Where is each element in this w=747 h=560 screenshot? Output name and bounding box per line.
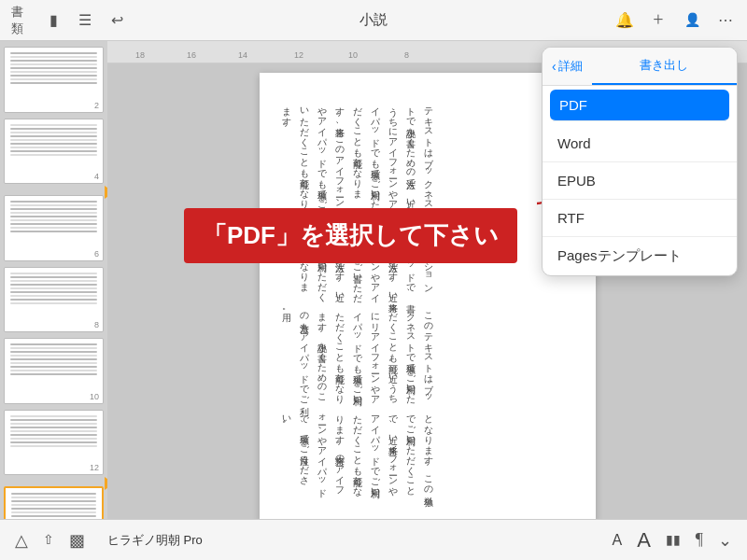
font-name-label: ヒラギノ明朝 Pro <box>107 532 203 549</box>
bottom-toolbar: △ ⇧ ▩ ヒラギノ明朝 Pro A A ▮▮ ¶ ⌄ <box>0 519 747 560</box>
ruler-tick-10: 10 <box>348 50 358 60</box>
document-icon[interactable]: ▮ <box>43 10 63 31</box>
text-format-icon[interactable]: ▮▮ <box>666 532 681 548</box>
dropdown-item-pages[interactable]: Pagesテンプレート <box>543 237 737 275</box>
dropdown-back-button[interactable]: ‹ 詳細 <box>543 48 592 85</box>
page-num-4: 8 <box>94 320 99 329</box>
jp-col-4: となります。この単独でご利用いただくことで、近い将来イフォーンやアイパッドでご利… <box>278 409 438 493</box>
sidebar-page-4[interactable]: 8 <box>4 267 104 333</box>
paragraph-icon[interactable]: ¶ <box>696 530 703 550</box>
jp-col-1: テキストはブックネストで小説を書くための方法で、近いうちにアイフォーンやアイパッ… <box>278 101 438 207</box>
back-label[interactable]: 書類 <box>11 10 32 31</box>
jp-text-area: テキストはブックネストで小説を書くための方法で、近いうちにアイフォーンやアイパッ… <box>278 101 438 493</box>
jp-col-3: このテキストはブックネストで単独でご利用いただくことも可能。近いうちにリアイフォ… <box>278 306 438 401</box>
dropdown-item-rtf[interactable]: RTF <box>543 200 737 237</box>
dropdown-item-pdf[interactable]: PDF <box>550 90 729 121</box>
page-num-5: 10 <box>90 392 99 401</box>
font-size-small-btn[interactable]: A <box>612 532 622 549</box>
annotation-box: 「PDF」を選択して下さい <box>184 208 517 263</box>
dropdown-header: ‹ 詳細 書き出し <box>543 48 737 86</box>
chevron-left-icon: ‹ <box>552 59 557 74</box>
bottom-right-controls: A A ▮▮ ¶ ⌄ <box>612 528 732 553</box>
undo-icon[interactable]: ↩ <box>106 10 127 31</box>
top-toolbar: 書類 ▮ ☰ ↩ 小説 🔔 + 👤 ⋯ <box>0 0 747 41</box>
dropdown-item-word[interactable]: Word <box>543 125 737 162</box>
chart-icon[interactable]: ▩ <box>69 530 85 551</box>
ruler-tick-18: 18 <box>135 50 145 60</box>
ruler-tick-8: 8 <box>404 50 409 60</box>
export-tab[interactable]: 書き出し <box>592 48 737 85</box>
sidebar-page-2[interactable]: 4 <box>4 119 104 185</box>
toolbar-right: 🔔 + 👤 ⋯ <box>614 10 736 31</box>
back-label: 詳細 <box>558 58 583 75</box>
page-num-1: 2 <box>94 101 99 110</box>
up-icon[interactable]: ⇧ <box>43 532 54 548</box>
page-num-2: 4 <box>94 172 99 181</box>
more-icon[interactable]: ⋯ <box>715 10 736 31</box>
user-icon[interactable]: 👤 <box>682 10 702 31</box>
sidebar-page-1[interactable]: 2 <box>4 47 104 113</box>
plus-icon[interactable]: + <box>648 10 669 31</box>
bell-icon[interactable]: 🔔 <box>614 10 635 31</box>
sidebar: 2 4 6 <box>0 41 107 560</box>
page-num-6: 12 <box>90 463 99 472</box>
sidebar-page-6[interactable]: 12 <box>4 410 104 476</box>
ruler-tick-16: 16 <box>187 50 196 60</box>
chevron-down-icon[interactable]: ⌄ <box>718 530 732 551</box>
insert-icon[interactable]: △ <box>15 530 28 551</box>
toolbar-left: 書類 ▮ ☰ ↩ <box>11 10 127 31</box>
ruler-tick-14: 14 <box>238 50 247 60</box>
font-size-large-btn[interactable]: A <box>637 528 651 553</box>
document-title: 小説 <box>359 11 388 29</box>
sidebar-page-3[interactable]: 6 <box>4 195 104 261</box>
dropdown-item-epub[interactable]: EPUB <box>543 162 737 200</box>
export-dropdown: ‹ 詳細 書き出し PDF Word EPUB RTF Pagesテンプレート <box>542 47 738 276</box>
ruler-tick-12: 12 <box>294 50 303 60</box>
sidebar-page-5[interactable]: 10 <box>4 338 104 404</box>
page-num-3: 6 <box>94 249 99 259</box>
list-icon[interactable]: ☰ <box>75 10 95 31</box>
